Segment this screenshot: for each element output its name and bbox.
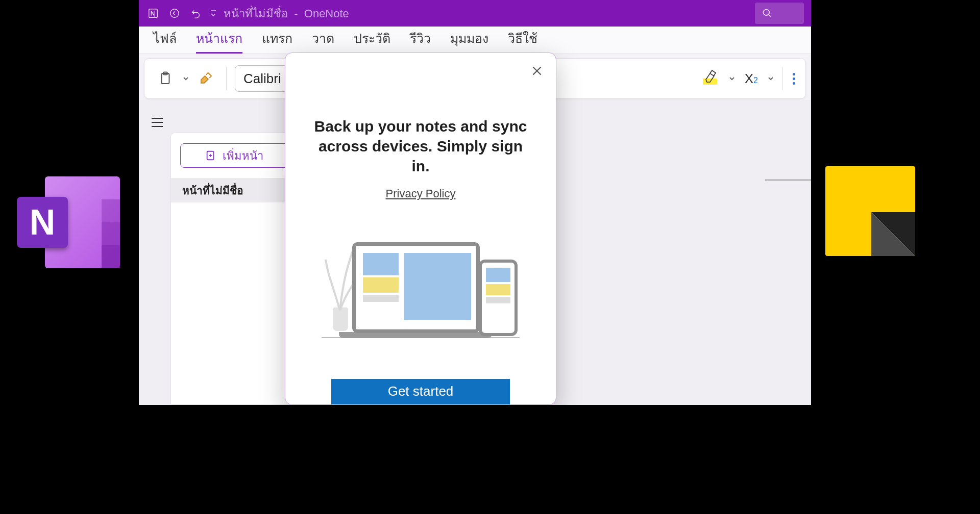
svg-point-2	[764, 10, 770, 16]
subscript-x: X	[745, 71, 753, 87]
sign-in-dialog: Back up your notes and sync across devic…	[285, 53, 556, 405]
privacy-policy-link[interactable]: Privacy Policy	[386, 187, 456, 200]
highlighter-icon	[703, 68, 719, 89]
page-item-title: หน้าที่ไม่มีชื่อ	[182, 182, 243, 199]
tab-home[interactable]: หน้าแรก	[196, 28, 242, 54]
onenote-app-icon: N	[17, 176, 120, 268]
tab-insert[interactable]: แทรก	[262, 28, 292, 54]
tab-view[interactable]: มุมมอง	[450, 28, 488, 54]
tab-file[interactable]: ไฟล์	[153, 28, 177, 54]
onenote-title-icon	[146, 6, 160, 20]
tab-draw[interactable]: วาด	[312, 28, 334, 54]
search-icon	[762, 8, 772, 18]
ribbon-tabs: ไฟล์ หน้าแรก แทรก วาด ประวัติ รีวิว มุมม…	[139, 27, 811, 54]
paste-dropdown[interactable]	[182, 75, 189, 82]
format-painter-icon	[199, 71, 214, 86]
page-list-item[interactable]: หน้าที่ไม่มีชื่อ	[171, 178, 298, 202]
subscript-button[interactable]: X2	[741, 68, 762, 90]
subscript-2: 2	[753, 76, 758, 85]
dialog-close-button[interactable]	[528, 62, 546, 80]
tab-history[interactable]: ประวัติ	[354, 28, 390, 54]
search-box[interactable]	[755, 3, 804, 24]
note-title-underline	[765, 179, 811, 181]
add-page-button[interactable]: เพิ่มหน้า	[180, 143, 288, 168]
ribbon-overflow-button[interactable]	[791, 73, 796, 85]
dialog-illustration	[324, 236, 518, 338]
highlight-dropdown[interactable]	[728, 75, 736, 82]
doc-title: หน้าที่ไม่มีชื่อ	[224, 7, 288, 20]
qat-customize-icon[interactable]	[210, 9, 216, 18]
clipboard-icon	[158, 71, 173, 86]
tab-help[interactable]: วิธีใช้	[508, 28, 537, 54]
svg-rect-0	[149, 9, 158, 18]
tab-review[interactable]: รีวิว	[410, 28, 431, 54]
sticky-notes-app-icon	[825, 166, 915, 256]
format-painter-button[interactable]	[194, 68, 218, 89]
back-icon[interactable]	[167, 6, 182, 20]
window-title: หน้าที่ไม่มีชื่อ - OneNote	[224, 5, 349, 22]
hamburger-icon	[151, 117, 164, 128]
app-name: OneNote	[304, 7, 349, 20]
close-icon	[530, 64, 544, 78]
dialog-heading: Back up your notes and sync across devic…	[311, 116, 530, 176]
page-list-panel: เพิ่มหน้า หน้าที่ไม่มีชื่อ	[170, 133, 298, 405]
svg-point-1	[170, 9, 179, 18]
get-started-button[interactable]: Get started	[331, 379, 510, 404]
add-page-icon	[205, 150, 216, 161]
onenote-icon-letter: N	[30, 202, 56, 243]
onenote-icon-tile: N	[17, 197, 68, 248]
hamburger-button[interactable]	[144, 109, 170, 136]
paste-button[interactable]	[154, 68, 177, 89]
title-bar: หน้าที่ไม่มีชื่อ - OneNote	[139, 0, 811, 27]
get-started-label: Get started	[388, 383, 454, 399]
subscript-dropdown[interactable]	[767, 75, 774, 82]
add-page-label: เพิ่มหน้า	[223, 147, 263, 165]
laptop-icon	[352, 242, 480, 333]
undo-icon[interactable]	[189, 6, 203, 20]
phone-icon	[479, 260, 518, 336]
highlight-button[interactable]	[699, 65, 723, 92]
